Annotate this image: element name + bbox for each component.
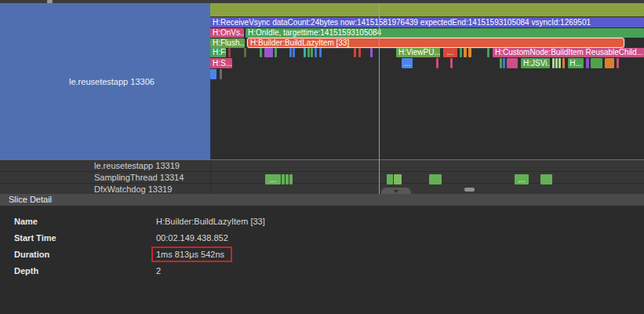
field-label: Duration xyxy=(0,250,156,259)
onidle-slice[interactable]: H:OnIdle, targettime:14151593105084 xyxy=(246,28,644,38)
timeline-slice[interactable] xyxy=(591,58,602,68)
selected-slice[interactable]: H:Builder:BuildLazyItem [33] xyxy=(247,38,624,48)
sampling-slice[interactable] xyxy=(394,174,402,184)
timeline-slice-layer: H:ReceiveVsync dataCount:24bytes now:141… xyxy=(0,0,644,194)
timeline-slice[interactable] xyxy=(210,69,216,79)
timeline-slice[interactable]: H:ViewPU.... xyxy=(396,48,440,57)
timeline-slice[interactable]: H:Flush... xyxy=(210,38,245,48)
timeline-slice[interactable]: H:S... xyxy=(210,58,232,68)
timeline-slice[interactable] xyxy=(464,48,467,57)
chevron-down-icon xyxy=(394,190,398,193)
top-toolbar xyxy=(0,0,644,3)
duration-highlight-box: 1ms 813μs 542ns xyxy=(151,246,232,262)
receive-vsync-slice[interactable]: H:ReceiveVsync dataCount:24bytes now:141… xyxy=(210,17,644,27)
toolbar-glyph-icon xyxy=(47,0,53,3)
panel-title: Slice Detail xyxy=(9,195,52,204)
timeline-marker-line[interactable] xyxy=(379,3,380,194)
timeline-slice[interactable] xyxy=(558,58,561,68)
detail-field-depth: Depth 2 xyxy=(0,262,644,279)
sampling-slice[interactable] xyxy=(387,174,393,184)
timeline-slice[interactable] xyxy=(311,48,313,57)
field-label: Name xyxy=(0,217,156,226)
timeline-slice[interactable] xyxy=(500,58,502,68)
slice-detail-panel: Slice Detail Name H:Builder:BuildLazyIte… xyxy=(0,194,644,314)
collapse-panel-tab[interactable] xyxy=(381,188,411,194)
detail-field-start-time: Start Time 00:02.149.438.852 xyxy=(0,229,644,246)
timeline-slice[interactable]: H:OnVs... xyxy=(210,28,244,38)
timeline-slice[interactable] xyxy=(436,58,438,68)
field-value: 00:02.149.438.852 xyxy=(156,233,228,243)
timeline-slice[interactable] xyxy=(315,48,317,57)
timeline-slice[interactable] xyxy=(319,48,322,57)
timeline-slice[interactable] xyxy=(468,48,471,57)
timeline-slice[interactable] xyxy=(605,58,614,68)
timeline-slice[interactable] xyxy=(555,58,558,68)
vsync-frame-bar[interactable] xyxy=(210,3,644,16)
sampling-slice[interactable] xyxy=(429,174,442,184)
timeline-slice[interactable] xyxy=(220,69,222,79)
timeline-slice[interactable]: H:Fl... xyxy=(210,48,226,57)
field-label: Depth xyxy=(0,266,156,276)
timeline-slice[interactable]: ... xyxy=(443,48,457,57)
timeline-slice[interactable] xyxy=(293,48,295,57)
timeline-slice[interactable] xyxy=(552,58,555,68)
sampling-slice[interactable] xyxy=(282,174,285,184)
detail-field-duration: Duration 1ms 813μs 542ns xyxy=(0,246,644,262)
timeline-slice[interactable] xyxy=(244,48,246,57)
timeline-slice[interactable] xyxy=(507,58,518,68)
sampling-slice[interactable] xyxy=(286,174,289,184)
timeline-slice[interactable] xyxy=(503,58,505,68)
timeline-slice[interactable]: H... xyxy=(568,58,584,68)
sampling-slice[interactable]: ... xyxy=(515,174,529,184)
timeline-slice[interactable] xyxy=(370,48,373,57)
timeline-slice[interactable] xyxy=(617,58,619,68)
timeline-slice[interactable] xyxy=(460,48,462,57)
slice-detail-header: Slice Detail xyxy=(0,194,644,206)
timeline-slice[interactable] xyxy=(260,48,262,57)
field-value: 2 xyxy=(156,266,161,276)
timeline-slice[interactable] xyxy=(228,48,231,57)
timeline-slice[interactable] xyxy=(354,48,356,57)
timeline-slice[interactable] xyxy=(358,48,361,57)
timeline-slice[interactable]: H:JSVi... xyxy=(521,58,550,68)
sampling-slice[interactable] xyxy=(540,174,552,184)
timeline-slice[interactable] xyxy=(450,58,453,68)
timeline-slice[interactable] xyxy=(264,48,273,57)
timeline-slice[interactable] xyxy=(586,58,589,68)
timeline-slice[interactable] xyxy=(289,48,292,57)
scrollbar-thumb[interactable] xyxy=(464,188,475,192)
timeline-slice[interactable] xyxy=(304,48,306,57)
timeline-slice[interactable] xyxy=(307,48,310,57)
field-value: H:Builder:BuildLazyItem [33] xyxy=(156,217,265,226)
detail-field-name: Name H:Builder:BuildLazyItem [33] xyxy=(0,213,644,229)
customnode-slice[interactable]: H:CustomNode:BuildItem ReusableChild... xyxy=(493,48,644,57)
field-label: Start Time xyxy=(0,233,156,243)
timeline-slice[interactable] xyxy=(487,48,489,57)
sampling-slice[interactable]: ... xyxy=(265,174,281,184)
timeline-slice[interactable] xyxy=(562,58,565,68)
sampling-slice[interactable] xyxy=(289,174,293,184)
timeline-slice[interactable] xyxy=(275,48,277,57)
timeline-slice[interactable]: ... xyxy=(402,58,413,68)
